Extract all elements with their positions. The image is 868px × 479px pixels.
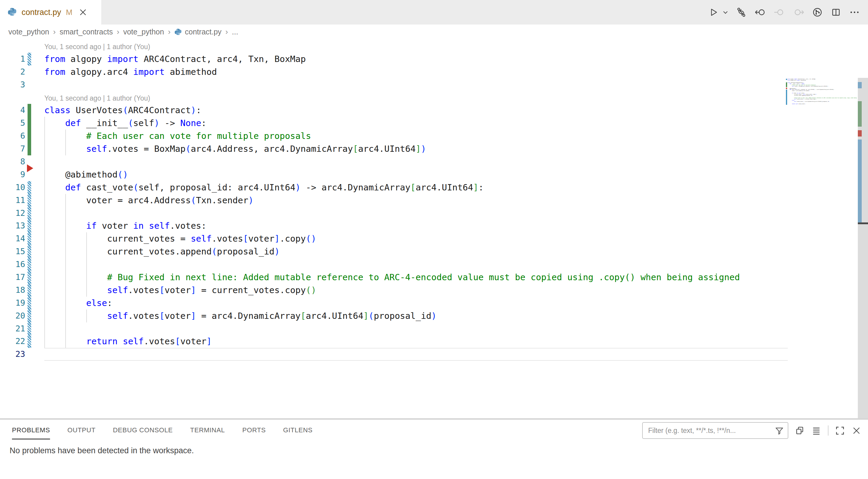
- code-line[interactable]: 10 def cast_vote(self, proposal_id: arc4…: [0, 181, 868, 194]
- git-gutter-deleted-indicator[interactable]: [27, 164, 33, 172]
- code-line[interactable]: 15 current_votes.append(proposal_id): [0, 245, 868, 258]
- git-gutter-modified-indicator[interactable]: [28, 219, 31, 232]
- line-number[interactable]: 4: [0, 104, 25, 117]
- breadcrumb-item[interactable]: vote_python: [8, 28, 49, 36]
- breadcrumb-item[interactable]: vote_python: [123, 28, 164, 36]
- problems-filter-input[interactable]: [648, 426, 775, 435]
- line-number[interactable]: 11: [0, 194, 25, 207]
- line-number[interactable]: 1: [0, 53, 25, 66]
- run-python-file-icon[interactable]: [708, 7, 719, 18]
- git-gutter-modified-indicator[interactable]: [28, 207, 31, 220]
- code-text: else:: [44, 297, 112, 310]
- close-panel-icon[interactable]: [851, 426, 861, 436]
- breadcrumb-item[interactable]: contract.py: [174, 28, 221, 36]
- line-number[interactable]: 6: [0, 130, 25, 142]
- compare-changes-icon[interactable]: [736, 7, 747, 18]
- gitlens-blame-annotation[interactable]: You, 1 second ago | 1 author (You): [0, 40, 868, 53]
- line-number[interactable]: 7: [0, 142, 25, 155]
- line-number[interactable]: 22: [0, 335, 25, 348]
- git-gutter-added-indicator[interactable]: [28, 130, 31, 142]
- git-gutter-added-indicator[interactable]: [28, 104, 31, 117]
- git-gutter-modified-indicator[interactable]: [28, 271, 31, 284]
- go-back-change-icon[interactable]: [754, 7, 766, 18]
- git-gutter-modified-indicator[interactable]: [28, 258, 31, 271]
- line-number[interactable]: 8: [0, 155, 25, 168]
- gitlens-blame-annotation[interactable]: You, 1 second ago | 1 author (You): [0, 91, 868, 104]
- code-line[interactable]: 20 self.votes[voter] = arc4.DynamicArray…: [0, 310, 868, 322]
- git-gutter-modified-indicator[interactable]: [28, 284, 31, 297]
- git-gutter-modified-indicator[interactable]: [28, 232, 31, 245]
- line-number[interactable]: 20: [0, 310, 25, 322]
- code-line[interactable]: 3: [0, 78, 868, 91]
- line-number[interactable]: 15: [0, 245, 25, 258]
- line-number[interactable]: 13: [0, 219, 25, 232]
- git-gutter-modified-indicator[interactable]: [28, 322, 31, 335]
- code-line[interactable]: 2from algopy.arc4 import abimethod: [0, 66, 868, 78]
- code-line[interactable]: 13 if voter in self.votes:: [0, 219, 868, 232]
- line-number[interactable]: 12: [0, 207, 25, 220]
- git-gutter-modified-indicator[interactable]: [28, 245, 31, 258]
- code-line[interactable]: 5 def __init__(self) -> None:: [0, 117, 868, 130]
- code-line[interactable]: 12: [0, 207, 868, 220]
- line-number[interactable]: 19: [0, 297, 25, 310]
- git-gutter-modified-indicator[interactable]: [28, 310, 31, 322]
- code-line[interactable]: 22 return self.votes[voter]: [0, 335, 868, 348]
- maximize-panel-icon[interactable]: [835, 426, 845, 436]
- code-line[interactable]: 19 else:: [0, 297, 868, 310]
- tab-close-icon[interactable]: [79, 8, 87, 16]
- line-number[interactable]: 10: [0, 181, 25, 194]
- previous-change-icon[interactable]: [773, 7, 785, 18]
- line-number[interactable]: 9: [0, 168, 25, 181]
- git-gutter-modified-indicator[interactable]: [28, 297, 31, 310]
- git-gutter-modified-indicator[interactable]: [28, 335, 31, 348]
- git-gutter-modified-indicator[interactable]: [28, 53, 31, 66]
- git-gutter-modified-indicator[interactable]: [28, 181, 31, 194]
- line-number[interactable]: 23: [0, 348, 25, 361]
- line-number[interactable]: 21: [0, 322, 25, 335]
- line-number[interactable]: 17: [0, 271, 25, 284]
- code-line[interactable]: 16: [0, 258, 868, 271]
- breadcrumb-item[interactable]: smart_contracts: [60, 28, 113, 36]
- collapse-all-icon[interactable]: [811, 426, 821, 436]
- code-line[interactable]: 23: [0, 348, 868, 361]
- line-number[interactable]: 3: [0, 78, 25, 91]
- code-line[interactable]: 18 self.votes[voter] = current_votes.cop…: [0, 284, 868, 297]
- run-dropdown-chevron-icon[interactable]: [722, 7, 728, 18]
- next-change-icon[interactable]: [793, 7, 805, 18]
- more-actions-icon[interactable]: [849, 7, 860, 18]
- code-line[interactable]: 8: [0, 155, 868, 168]
- code-line[interactable]: 17 # Bug Fixed in next line: Added mutab…: [0, 271, 868, 284]
- code-line[interactable]: 4class UserVotes(ARC4Contract):: [0, 104, 868, 117]
- panel-tab-output[interactable]: OUTPUT: [67, 421, 96, 440]
- panel-tab-debug-console[interactable]: DEBUG CONSOLE: [113, 421, 173, 440]
- split-editor-icon[interactable]: [830, 7, 842, 18]
- git-gutter-added-indicator[interactable]: [28, 117, 31, 130]
- panel-tab-terminal[interactable]: TERMINAL: [190, 421, 225, 440]
- problems-filter-box[interactable]: [642, 422, 788, 439]
- code-line[interactable]: 9 @abimethod(): [0, 168, 868, 181]
- panel-tab-gitlens[interactable]: GITLENS: [283, 421, 312, 440]
- git-gutter-added-indicator[interactable]: [28, 142, 31, 155]
- code-editor[interactable]: You, 1 second ago | 1 author (You)1from …: [0, 39, 868, 418]
- panel-tab-problems[interactable]: PROBLEMS: [12, 421, 50, 440]
- code-line[interactable]: 21: [0, 322, 868, 335]
- panel-actions-separator: [828, 425, 829, 436]
- overview-ruler[interactable]: [858, 78, 868, 418]
- minimap[interactable]: from algopy import ARC4Contract, arc4, T…: [787, 79, 857, 107]
- view-as-table-icon[interactable]: [795, 426, 805, 436]
- code-line[interactable]: 11 voter = arc4.Address(Txn.sender): [0, 194, 868, 207]
- code-line[interactable]: 6 # Each user can vote for multiple prop…: [0, 130, 868, 142]
- line-number[interactable]: 18: [0, 284, 25, 297]
- tab-contract-py[interactable]: contract.py M: [0, 0, 101, 25]
- breadcrumb-item[interactable]: ...: [232, 28, 238, 36]
- line-number[interactable]: 5: [0, 117, 25, 130]
- code-line[interactable]: 1from algopy import ARC4Contract, arc4, …: [0, 53, 868, 66]
- code-line[interactable]: 7 self.votes = BoxMap(arc4.Address, arc4…: [0, 142, 868, 155]
- code-line[interactable]: 14 current_votes = self.votes[voter].cop…: [0, 232, 868, 245]
- line-number[interactable]: 16: [0, 258, 25, 271]
- line-number[interactable]: 14: [0, 232, 25, 245]
- git-gutter-modified-indicator[interactable]: [28, 194, 31, 207]
- panel-tab-ports[interactable]: PORTS: [242, 421, 266, 440]
- line-number[interactable]: 2: [0, 66, 25, 78]
- commit-graph-icon[interactable]: [812, 7, 823, 18]
